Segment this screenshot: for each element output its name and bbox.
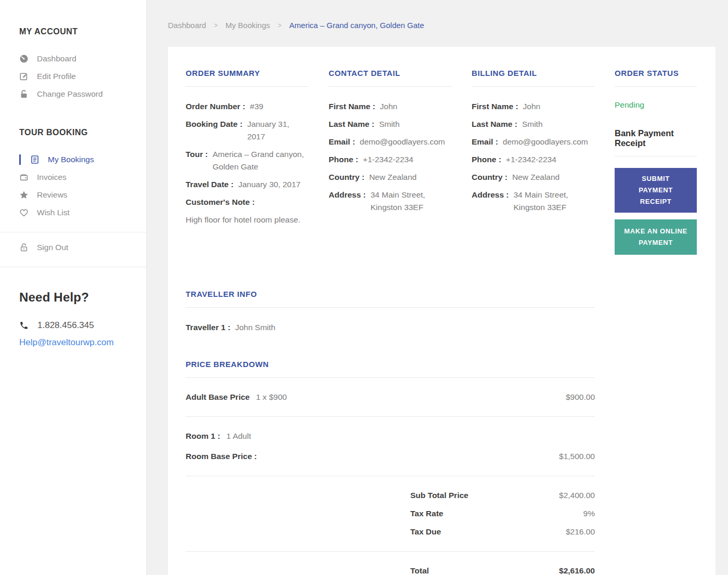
billing-detail-section: BILLING DETAIL First Name :John Last Nam…: [472, 69, 594, 262]
tax-rate-row: Tax Rate 9%: [186, 507, 595, 520]
sidebar-item-label: Change Password: [37, 89, 103, 99]
billing-row: Email :demo@goodlayers.com: [472, 136, 594, 148]
breadcrumb-separator-icon: >: [278, 22, 281, 29]
tour-link[interactable]: America – Grand canyon, Golden Gate: [213, 148, 308, 173]
status-badge: Pending: [615, 100, 697, 110]
breadcrumb-separator-icon: >: [214, 22, 217, 29]
divider: [186, 86, 308, 87]
contact-row: Last Name :Smith: [329, 118, 451, 130]
subtotal-row: Sub Total Price $2,400.00: [186, 489, 595, 502]
customer-note-text: High floor for hotel room please.: [186, 214, 308, 226]
contact-row: First Name :John: [329, 100, 451, 113]
sidebar-item-label: Invoices: [37, 173, 67, 182]
divider: [472, 86, 594, 87]
help-phone-number: 1.828.456.345: [37, 320, 94, 331]
sidebar-item-label: Sign Out: [37, 243, 68, 252]
sidebar-item-dashboard[interactable]: Dashboard: [19, 50, 136, 68]
star-icon: [19, 190, 29, 200]
billing-row: Address :34 Main Street, Kingston 33EF: [472, 189, 594, 214]
price-breakdown-section: PRICE BREAKDOWN Adult Base Price 1 x $90…: [186, 360, 595, 575]
dashboard-icon: [19, 54, 29, 63]
traveller-info-title: TRAVELLER INFO: [186, 290, 595, 298]
billing-row: First Name :John: [472, 100, 594, 113]
order-detail-card: ORDER SUMMARY Order Number : #39 Booking…: [168, 47, 716, 575]
sidebar-item-wish-list[interactable]: Wish List: [19, 204, 136, 221]
totals-block: Sub Total Price $2,400.00 Tax Rate 9% Ta…: [186, 476, 595, 552]
bank-payment-receipt-heading: Bank Payment Receipt: [615, 128, 697, 148]
travel-date-row: Travel Date : January 30, 2017: [186, 178, 308, 191]
sidebar: MY ACCOUNT Dashboard Edit Profile Change…: [0, 0, 147, 575]
tour-row: Tour : America – Grand canyon, Golden Ga…: [186, 148, 308, 173]
breadcrumb-dashboard[interactable]: Dashboard: [168, 21, 206, 30]
tour-booking-heading: TOUR BOOKING: [19, 128, 136, 137]
heart-icon: [19, 208, 29, 217]
sidebar-item-label: Dashboard: [37, 54, 76, 63]
need-help-heading: Need Help?: [19, 290, 136, 305]
submit-payment-receipt-button[interactable]: SUBMIT PAYMENT RECEIPT: [615, 168, 697, 213]
breadcrumb-my-bookings[interactable]: My Bookings: [225, 21, 270, 30]
contact-row: Email :demo@goodlayers.com: [329, 136, 451, 148]
order-summary-section: ORDER SUMMARY Order Number : #39 Booking…: [186, 69, 308, 262]
sidebar-item-sign-out[interactable]: Sign Out: [19, 239, 136, 256]
tax-due-row: Tax Due $216.00: [186, 526, 595, 538]
contact-row: Phone :+1-2342-2234: [329, 153, 451, 166]
customer-note-label-row: Customer's Note :: [186, 196, 308, 208]
sidebar-item-label: Reviews: [37, 190, 68, 200]
sidebar-item-edit-profile[interactable]: Edit Profile: [19, 68, 136, 85]
room-block: Room 1 : 1 Adult Room Base Price : $1,50…: [186, 417, 595, 476]
order-status-title: ORDER STATUS: [615, 69, 697, 77]
adult-base-price-row: Adult Base Price 1 x $900 $900.00: [186, 378, 595, 417]
billing-row: Phone :+1-2342-2234: [472, 153, 594, 166]
billing-row: Last Name :Smith: [472, 118, 594, 130]
traveller-row: Traveller 1 : John Smith: [186, 321, 595, 334]
unlock-icon: [19, 89, 29, 99]
divider: [615, 86, 697, 87]
contact-detail-section: CONTACT DETAIL First Name :John Last Nam…: [329, 69, 451, 262]
booking-date-row: Booking Date : January 31, 2017: [186, 118, 308, 143]
contact-row: Address :34 Main Street, Kingston 33EF: [329, 189, 451, 214]
phone-icon: [19, 321, 29, 330]
sidebar-item-label: Edit Profile: [37, 72, 76, 81]
main-content: Dashboard > My Bookings > America – Gran…: [147, 0, 728, 575]
divider: [329, 86, 451, 87]
sidebar-item-label: Wish List: [37, 208, 70, 217]
order-status-section: ORDER STATUS Pending Bank Payment Receip…: [615, 69, 697, 262]
sidebar-item-label: My Bookings: [48, 155, 94, 164]
edit-icon: [19, 72, 29, 81]
contact-row: Country :New Zealand: [329, 171, 451, 184]
bookings-icon: [30, 155, 40, 164]
sign-out-lock-icon: [19, 243, 29, 252]
breadcrumb: Dashboard > My Bookings > America – Gran…: [168, 21, 716, 30]
billing-detail-title: BILLING DETAIL: [472, 69, 594, 77]
billing-row: Country :New Zealand: [472, 171, 594, 184]
help-email-link[interactable]: Help@traveltourwp.com: [19, 337, 114, 348]
help-phone: 1.828.456.345: [19, 320, 136, 331]
sidebar-item-change-password[interactable]: Change Password: [19, 85, 136, 103]
breadcrumb-current: America – Grand canyon, Golden Gate: [289, 21, 424, 30]
order-number-row: Order Number : #39: [186, 100, 308, 113]
sidebar-item-my-bookings[interactable]: My Bookings: [19, 151, 136, 168]
divider: [615, 156, 697, 156]
my-account-heading: MY ACCOUNT: [19, 27, 136, 36]
traveller-info-section: TRAVELLER INFO Traveller 1 : John Smith: [186, 290, 595, 334]
wallet-icon: [19, 173, 29, 182]
sidebar-item-invoices[interactable]: Invoices: [19, 168, 136, 186]
app-root: MY ACCOUNT Dashboard Edit Profile Change…: [0, 0, 728, 575]
divider: [186, 307, 595, 308]
divider: [0, 267, 146, 267]
make-online-payment-button[interactable]: MAKE AN ONLINE PAYMENT: [615, 219, 697, 255]
sidebar-item-reviews[interactable]: Reviews: [19, 186, 136, 204]
order-summary-title: ORDER SUMMARY: [186, 69, 308, 77]
total-row: Total $2,616.00: [186, 552, 595, 575]
price-breakdown-title: PRICE BREAKDOWN: [186, 360, 595, 369]
contact-detail-title: CONTACT DETAIL: [329, 69, 451, 77]
